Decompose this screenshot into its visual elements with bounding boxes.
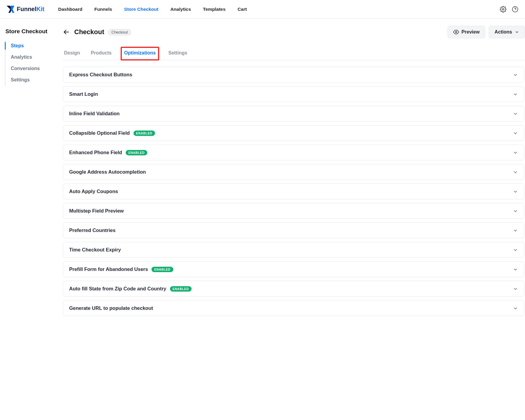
- chevron-down-icon: [513, 92, 518, 97]
- accordion-row[interactable]: Smart Login: [63, 86, 524, 102]
- help-icon[interactable]: [512, 6, 518, 13]
- topnav-item[interactable]: Store Checkout: [124, 7, 159, 12]
- logo-icon: [7, 6, 15, 13]
- topnav-item[interactable]: Templates: [203, 7, 226, 12]
- chevron-down-icon: [515, 30, 519, 34]
- accordion-row[interactable]: Express Checkout Buttons: [63, 67, 524, 83]
- chevron-down-icon: [513, 169, 518, 175]
- accordion-row[interactable]: Time Checkout Expiry: [63, 242, 524, 258]
- page-type-badge: Checkout: [108, 29, 131, 36]
- accordion-title: Smart Login: [69, 91, 98, 97]
- back-button[interactable]: [63, 28, 70, 36]
- chevron-down-icon: [513, 306, 518, 311]
- accordion-title: Google Address Autocompletion: [69, 169, 146, 175]
- settings-gear-icon[interactable]: [500, 6, 506, 13]
- accordion-row[interactable]: Generate URL to populate checkout: [63, 300, 524, 316]
- enabled-badge: ENABLED: [170, 286, 192, 292]
- accordion-title: Collapsible Optional Field: [69, 130, 130, 136]
- chevron-down-icon: [513, 228, 518, 233]
- accordion-row[interactable]: Inline Field Validation: [63, 106, 524, 122]
- accordion-row[interactable]: Enhanced Phone FieldENABLED: [63, 145, 524, 160]
- preview-label: Preview: [462, 29, 480, 35]
- accordion-title: Prefill Form for Abandoned Users: [69, 266, 148, 272]
- svg-point-4: [455, 31, 457, 33]
- svg-point-0: [502, 8, 504, 10]
- accordion-row[interactable]: Collapsible Optional FieldENABLED: [63, 125, 524, 141]
- svg-point-1: [512, 6, 518, 12]
- chevron-down-icon: [513, 208, 518, 214]
- accordion-title: Preferred Countries: [69, 228, 116, 233]
- accordion-title: Express Checkout Buttons: [69, 72, 132, 78]
- enabled-badge: ENABLED: [151, 267, 173, 272]
- accordion-title: Inline Field Validation: [69, 111, 120, 116]
- accordion-title: Auto Apply Coupons: [69, 189, 118, 194]
- chevron-down-icon: [513, 247, 518, 253]
- topnav-item[interactable]: Dashboard: [58, 7, 82, 12]
- chevron-down-icon: [513, 131, 518, 136]
- accordion-row[interactable]: Multistep Field Preview: [63, 203, 524, 219]
- topnav-item[interactable]: Funnels: [94, 7, 112, 12]
- eye-icon: [453, 29, 459, 35]
- header-actions: Preview Actions: [447, 26, 525, 38]
- brand-logo[interactable]: FunnelKit: [7, 6, 44, 13]
- tab[interactable]: Design: [63, 47, 81, 60]
- brand-funnel: Funnel: [17, 6, 37, 12]
- chevron-down-icon: [513, 286, 518, 292]
- accordion-title: Enhanced Phone Field: [69, 150, 122, 155]
- topbar: FunnelKit DashboardFunnelsStore Checkout…: [0, 0, 525, 19]
- accordion-row[interactable]: Google Address Autocompletion: [63, 164, 524, 180]
- chevron-down-icon: [513, 150, 518, 155]
- chevron-down-icon: [513, 267, 518, 272]
- sidebar-item[interactable]: Steps: [11, 40, 63, 51]
- page-title: Checkout: [74, 28, 104, 36]
- brand-kit: Kit: [37, 6, 45, 12]
- accordion-title: Time Checkout Expiry: [69, 247, 121, 253]
- chevron-down-icon: [513, 111, 518, 116]
- brand-text: FunnelKit: [17, 6, 44, 13]
- tab[interactable]: Settings: [167, 47, 188, 60]
- accordion-row[interactable]: Preferred Countries: [63, 222, 524, 238]
- actions-label: Actions: [494, 29, 512, 35]
- actions-button[interactable]: Actions: [489, 26, 525, 38]
- accordion-row[interactable]: Auto fill State from Zip Code and Countr…: [63, 281, 524, 297]
- topnav-item[interactable]: Analytics: [170, 7, 191, 12]
- sidebar-list: StepsAnalyticsConversionsSettings: [5, 40, 63, 86]
- topnav-item[interactable]: Cart: [238, 7, 247, 12]
- enabled-badge: ENABLED: [126, 150, 147, 155]
- main-content: Checkout Checkout Preview Actions Design…: [63, 19, 525, 328]
- optimizations-accordion: Express Checkout ButtonsSmart LoginInlin…: [63, 67, 525, 316]
- sidebar-item[interactable]: Analytics: [11, 51, 63, 63]
- chevron-down-icon: [513, 72, 518, 78]
- enabled-badge: ENABLED: [133, 131, 155, 136]
- accordion-title: Auto fill State from Zip Code and Countr…: [69, 286, 166, 292]
- preview-button[interactable]: Preview: [447, 26, 485, 38]
- accordion-row[interactable]: Prefill Form for Abandoned UsersENABLED: [63, 261, 524, 277]
- accordion-title: Multistep Field Preview: [69, 208, 124, 214]
- sidebar-item[interactable]: Settings: [11, 74, 63, 86]
- chevron-down-icon: [513, 189, 518, 194]
- sidebar-title: Store Checkout: [0, 27, 63, 40]
- tabs: DesignProductsOptimizationsSettings: [63, 47, 525, 60]
- arrow-left-icon: [63, 28, 70, 36]
- main-header: Checkout Checkout Preview Actions: [63, 26, 525, 42]
- tab[interactable]: Products: [89, 47, 113, 60]
- accordion-title: Generate URL to populate checkout: [69, 305, 153, 311]
- sidebar: Store Checkout StepsAnalyticsConversions…: [0, 19, 63, 328]
- topbar-right: [500, 6, 518, 13]
- tab[interactable]: Optimizations: [121, 47, 159, 60]
- sidebar-item[interactable]: Conversions: [11, 63, 63, 74]
- top-navigation: DashboardFunnelsStore CheckoutAnalyticsT…: [58, 7, 247, 12]
- accordion-row[interactable]: Auto Apply Coupons: [63, 184, 524, 199]
